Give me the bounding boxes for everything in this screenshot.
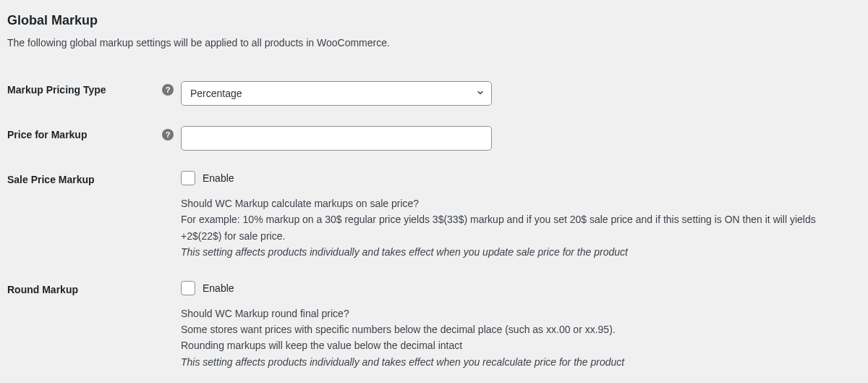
desc-text: Some stores want prices with specific nu… — [181, 324, 616, 335]
round-markup-checkbox-label: Enable — [203, 282, 234, 294]
desc-text: Should WC Markup round final price? — [181, 308, 349, 319]
help-icon[interactable]: ? — [162, 84, 174, 96]
price-for-markup-input[interactable] — [181, 126, 492, 151]
desc-note: This setting affects products individual… — [181, 246, 628, 258]
sale-price-markup-description: Should WC Markup calculate markups on sa… — [181, 195, 846, 261]
desc-text: For example: 10% markup on a 30$ regular… — [181, 214, 816, 241]
settings-table: Markup Pricing Type ? Percentage — [7, 71, 861, 380]
section-intro: The following global markup settings wil… — [7, 35, 861, 51]
pricing-type-select-wrap: Percentage — [181, 81, 492, 106]
sale-price-markup-checkbox-label: Enable — [203, 172, 234, 184]
round-markup-checkbox[interactable] — [181, 281, 195, 295]
pricing-type-select[interactable]: Percentage — [181, 81, 492, 106]
pricing-type-label: Markup Pricing Type — [7, 84, 106, 96]
sale-price-markup-checkbox[interactable] — [181, 171, 195, 185]
help-icon[interactable]: ? — [162, 129, 174, 140]
round-markup-label: Round Markup — [7, 284, 78, 295]
desc-text: Rounding markups will keep the value bel… — [181, 340, 462, 351]
desc-note: This setting affects products individual… — [181, 356, 624, 368]
price-for-markup-label: Price for Markup — [7, 129, 87, 140]
section-title: Global Markup — [7, 13, 861, 28]
desc-text: Should WC Markup calculate markups on sa… — [181, 198, 419, 209]
round-markup-description: Should WC Markup round final price? Some… — [181, 306, 846, 371]
sale-price-markup-label: Sale Price Markup — [7, 174, 95, 185]
